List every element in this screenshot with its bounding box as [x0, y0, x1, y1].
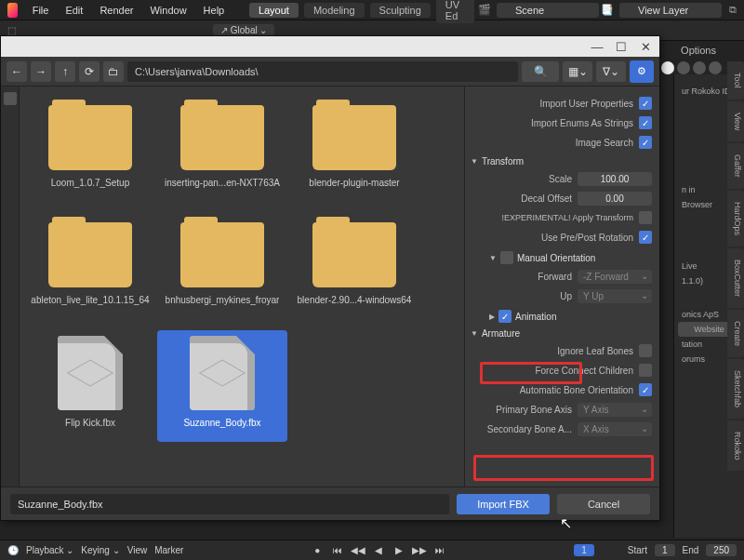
- newfolder-icon[interactable]: 🗀: [103, 61, 124, 82]
- opt-scale: Scale: [549, 174, 572, 184]
- vtab-sketchfab[interactable]: Sketchfab: [727, 359, 744, 419]
- folder-icon: [48, 105, 132, 170]
- checkbox[interactable]: ✓: [639, 383, 652, 396]
- menu-file[interactable]: File: [25, 3, 57, 18]
- opt-apply-transform: !EXPERIMENTAL! Apply Transform: [502, 213, 633, 222]
- vtab-hardops[interactable]: HardOps: [727, 191, 744, 247]
- file-label: bnhusbergi_mykines_froyar: [166, 295, 280, 305]
- file-label: Suzanne_Body.fbx: [183, 418, 260, 428]
- tl-keying[interactable]: Keying ⌄: [81, 545, 119, 555]
- end-frame-input[interactable]: 250: [706, 544, 737, 556]
- maximize-icon[interactable]: ☐: [609, 38, 633, 55]
- opt-force-connect: Force Connect Children: [535, 366, 633, 376]
- minimize-icon[interactable]: —: [585, 38, 609, 55]
- prev-key-icon[interactable]: ◀◀: [352, 544, 365, 557]
- dialog-sidebar: [1, 87, 20, 487]
- jump-start-icon[interactable]: ⏮: [331, 544, 344, 557]
- folder-item[interactable]: ableton_live_lite_10.1.15_64: [25, 213, 155, 325]
- import-options: Import User Properties✓ Import Enums As …: [464, 87, 659, 487]
- workspace-sculpting[interactable]: Sculpting: [370, 3, 431, 18]
- tl-marker[interactable]: Marker: [154, 545, 183, 555]
- viewlayer-icon: 📑: [601, 4, 614, 16]
- section-armature[interactable]: ▼Armature: [471, 328, 652, 339]
- checkbox[interactable]: ✓: [639, 97, 652, 110]
- options-label[interactable]: Options: [681, 45, 716, 56]
- file-label: Loom_1.0.7_Setup: [51, 178, 130, 188]
- file-label: ableton_live_lite_10.1.15_64: [31, 295, 149, 305]
- folder-item[interactable]: Loom_1.0.7_Setup: [25, 96, 155, 207]
- section-manual-orient[interactable]: ▼Manual Orientation: [489, 251, 652, 264]
- play-icon[interactable]: ▶: [392, 544, 405, 557]
- play-rev-icon[interactable]: ◀: [372, 544, 385, 557]
- section-animation[interactable]: ▶✓Animation: [489, 310, 652, 323]
- copy-icon[interactable]: ⧉: [729, 4, 737, 16]
- up-icon[interactable]: ↑: [55, 61, 75, 82]
- import-button[interactable]: Import FBX: [457, 494, 550, 514]
- checkbox[interactable]: ✓: [639, 231, 652, 244]
- refresh-icon[interactable]: ⟳: [79, 61, 100, 82]
- checkbox[interactable]: [639, 211, 652, 224]
- viewlayer-input[interactable]: View Layer: [619, 3, 722, 18]
- checkbox[interactable]: ✓: [639, 136, 652, 149]
- folder-item[interactable]: inserting-pan...en-NXT763A: [157, 96, 287, 207]
- vtab-view[interactable]: View: [727, 101, 744, 141]
- menu-edit[interactable]: Edit: [58, 3, 90, 18]
- decal-input[interactable]: 0.00: [578, 192, 652, 206]
- back-icon[interactable]: ←: [7, 61, 27, 82]
- scene-input[interactable]: Scene: [497, 3, 599, 18]
- menu-window[interactable]: Window: [142, 3, 193, 18]
- opt-ignore-leaf: Ignore Leaf Bones: [557, 346, 633, 356]
- filename-input[interactable]: Suzanne_Body.fbx: [10, 494, 449, 514]
- file-dialog: — ☐ ✕ ← → ↑ ⟳ 🗀 C:\Users\janva\Downloads…: [0, 35, 660, 521]
- vtab-create[interactable]: Create: [727, 310, 744, 357]
- checkbox[interactable]: ✓: [639, 116, 652, 129]
- folder-item[interactable]: blender-2.90...4-windows64: [289, 213, 419, 325]
- display-mode-icon[interactable]: ▦⌄: [563, 61, 592, 82]
- jump-end-icon[interactable]: ⏭: [433, 544, 446, 557]
- folder-item[interactable]: blender-plugin-master: [289, 96, 419, 207]
- folder-item[interactable]: bnhusbergi_mykines_froyar: [157, 213, 287, 325]
- section-transform[interactable]: ▼Transform: [471, 156, 652, 167]
- workspace-uved[interactable]: UV Ed: [436, 0, 474, 23]
- search-icon[interactable]: 🔍: [522, 61, 559, 82]
- file-item-selected[interactable]: Suzanne_Body.fbx: [157, 330, 287, 442]
- sba-select: X Axis: [578, 422, 652, 436]
- folder-icon: [180, 222, 264, 287]
- start-frame-input[interactable]: 1: [655, 544, 675, 556]
- gear-icon[interactable]: ⚙: [630, 60, 654, 83]
- window-titlebar: — ☐ ✕: [1, 36, 659, 57]
- fbx-file-icon: [190, 336, 255, 410]
- filter-icon[interactable]: ∇⌄: [596, 61, 626, 82]
- current-frame[interactable]: 1: [574, 544, 594, 556]
- tl-playback[interactable]: Playback ⌄: [26, 545, 73, 555]
- checkbox[interactable]: [639, 344, 652, 357]
- checkbox[interactable]: [500, 251, 513, 264]
- checkbox[interactable]: ✓: [498, 310, 512, 323]
- opt-prepost-rotation: Use Pre/Post Rotation: [541, 233, 633, 243]
- next-key-icon[interactable]: ▶▶: [413, 544, 426, 557]
- autokey-icon[interactable]: ●: [311, 544, 324, 557]
- folder-icon: [48, 222, 132, 287]
- vtab-boxcutter[interactable]: BoxCutter: [727, 248, 744, 308]
- opt-primary-bone-axis: Primary Bone Axis: [496, 405, 572, 415]
- vtab-tool[interactable]: Tool: [727, 61, 744, 100]
- close-icon[interactable]: ✕: [633, 38, 658, 55]
- start-label: Start: [628, 545, 647, 555]
- checkbox[interactable]: [639, 364, 652, 377]
- scale-input[interactable]: 100.00: [578, 172, 652, 186]
- workspace-layout[interactable]: Layout: [249, 3, 299, 18]
- vtab-rokoko[interactable]: Rokoko: [727, 420, 744, 472]
- blender-logo: [7, 3, 18, 18]
- file-grid: Loom_1.0.7_Setup inserting-pan...en-NXT7…: [20, 87, 464, 487]
- file-item[interactable]: Flip Kick.fbx: [25, 330, 155, 442]
- forward-icon[interactable]: →: [31, 61, 51, 82]
- menu-render[interactable]: Render: [92, 3, 140, 18]
- vtab-gaffer[interactable]: Gaffer: [727, 143, 744, 189]
- path-input[interactable]: C:\Users\janva\Downloads\: [127, 61, 518, 82]
- menu-help[interactable]: Help: [196, 3, 232, 18]
- end-label: End: [683, 545, 699, 555]
- workspace-modeling[interactable]: Modeling: [304, 3, 365, 18]
- bookmark-icon[interactable]: [4, 92, 17, 105]
- tl-view[interactable]: View: [127, 545, 148, 555]
- cancel-button[interactable]: Cancel: [557, 494, 650, 514]
